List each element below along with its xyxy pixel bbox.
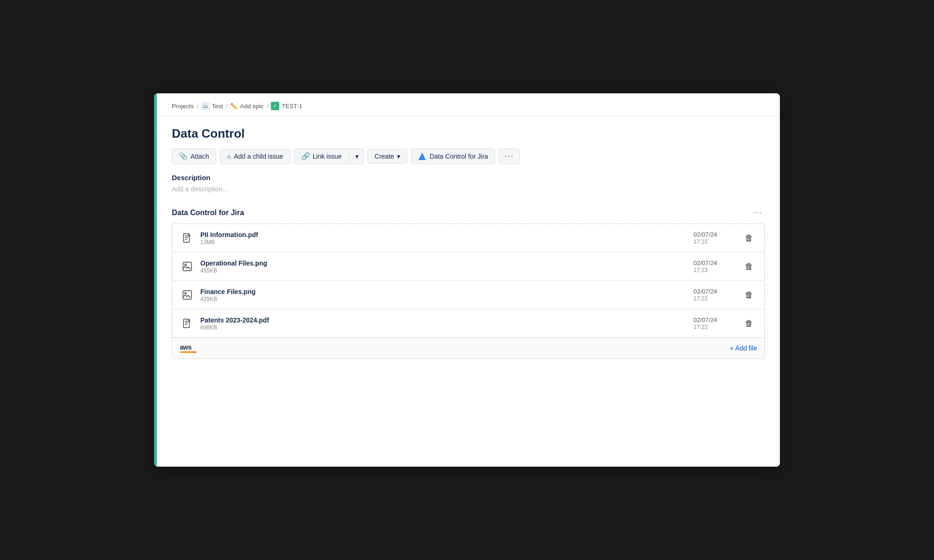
chevron-down-icon: ▾	[397, 153, 400, 160]
file-name: Operational Files.png	[200, 259, 688, 267]
data-control-section: Data Control for Jira ··· PII Informatio…	[172, 208, 765, 359]
add-child-issue-button[interactable]: ⑃ Add a child issue	[220, 149, 290, 164]
file-type-icon	[180, 316, 195, 331]
main-window: Projects / 🗂 Test / ✏️ Add epic / ✓ TEST…	[154, 93, 780, 467]
file-type-icon	[180, 259, 195, 274]
file-date-block: 02/07/24 17:23	[693, 288, 736, 302]
left-accent	[154, 93, 157, 467]
file-size: 455KB	[200, 267, 688, 274]
more-options-button[interactable]: ···	[499, 148, 520, 164]
link-issue-dropdown-button[interactable]: ▾	[351, 149, 363, 163]
file-info: PII Information.pdf 13MB	[200, 231, 688, 245]
add-file-button[interactable]: + Add file	[730, 344, 757, 352]
description-input[interactable]: Add a description...	[172, 185, 765, 193]
description-heading: Description	[172, 174, 765, 182]
file-date: 02/07/24	[693, 316, 736, 323]
data-control-header: Data Control for Jira ···	[172, 208, 765, 218]
description-section: Description Add a description...	[157, 174, 780, 193]
files-footer: aws + Add file	[172, 337, 764, 358]
data-control-title: Data Control for Jira	[172, 209, 244, 217]
file-type-icon	[180, 287, 195, 302]
pencil-icon: ✏️	[230, 102, 238, 110]
link-issue-group: 🔗 Link issue ▾	[294, 148, 364, 164]
breadcrumb: Projects / 🗂 Test / ✏️ Add epic / ✓ TEST…	[157, 93, 780, 116]
delete-file-button[interactable]: 🗑	[741, 317, 757, 330]
toolbar: 📎 Attach ⑃ Add a child issue 🔗 Link issu…	[157, 148, 780, 174]
ellipsis-icon: ···	[505, 152, 514, 160]
breadcrumb-test-id[interactable]: ✓ TEST-1	[271, 102, 302, 110]
file-date-block: 02/07/24 17:23	[693, 316, 736, 330]
link-issue-button[interactable]: 🔗 Link issue	[295, 149, 348, 164]
delete-file-button[interactable]: 🗑	[741, 260, 757, 273]
delete-file-button[interactable]: 🗑	[741, 231, 757, 245]
aws-text: aws	[180, 343, 191, 351]
file-row: PII Information.pdf 13MB 02/07/24 17:23 …	[172, 224, 764, 252]
file-date: 02/07/24	[693, 259, 736, 266]
file-name: Patents 2023-2024.pdf	[200, 316, 688, 324]
file-info: Patents 2023-2024.pdf 698KB	[200, 316, 688, 331]
svg-rect-3	[183, 262, 191, 271]
file-size: 13MB	[200, 239, 688, 245]
file-info: Finance Files.png 429KB	[200, 288, 688, 302]
delete-file-button[interactable]: 🗑	[741, 288, 757, 302]
chevron-down-icon: ▾	[355, 153, 359, 160]
child-issue-icon: ⑃	[227, 153, 231, 161]
link-divider	[349, 149, 350, 164]
breadcrumb-sep3: /	[267, 103, 269, 110]
aws-underline	[180, 351, 197, 353]
svg-rect-5	[183, 291, 191, 299]
aws-logo: aws	[180, 343, 197, 353]
file-time: 17:23	[693, 267, 736, 273]
svg-point-4	[185, 264, 187, 266]
file-time: 17:23	[693, 238, 736, 245]
file-time: 17:23	[693, 295, 736, 302]
file-date-block: 02/07/24 17:23	[693, 259, 736, 273]
link-icon: 🔗	[301, 152, 310, 161]
files-container: PII Information.pdf 13MB 02/07/24 17:23 …	[172, 224, 765, 359]
attach-button[interactable]: 📎 Attach	[172, 148, 216, 164]
file-type-icon	[180, 231, 195, 245]
file-info: Operational Files.png 455KB	[200, 259, 688, 274]
file-row: Finance Files.png 429KB 02/07/24 17:23 🗑	[172, 281, 764, 309]
breadcrumb-projects[interactable]: Projects	[172, 103, 194, 110]
svg-point-6	[185, 293, 187, 294]
atlassian-icon	[418, 152, 426, 161]
content-area: Projects / 🗂 Test / ✏️ Add epic / ✓ TEST…	[157, 93, 780, 359]
breadcrumb-sep1: /	[197, 103, 198, 110]
file-date-block: 02/07/24 17:23	[693, 231, 736, 245]
file-list: PII Information.pdf 13MB 02/07/24 17:23 …	[172, 224, 764, 337]
file-row: Patents 2023-2024.pdf 698KB 02/07/24 17:…	[172, 309, 764, 337]
file-size: 429KB	[200, 296, 688, 302]
breadcrumb-add-epic[interactable]: ✏️ Add epic	[230, 102, 264, 110]
file-name: PII Information.pdf	[200, 231, 688, 238]
data-control-button[interactable]: Data Control for Jira	[411, 148, 495, 164]
breadcrumb-test[interactable]: 🗂 Test	[201, 102, 223, 110]
file-date: 02/07/24	[693, 231, 736, 238]
create-group: Create ▾	[368, 149, 407, 164]
create-button[interactable]: Create ▾	[368, 149, 407, 163]
breadcrumb-sep2: /	[226, 103, 227, 110]
page-title: Data Control	[157, 116, 780, 148]
file-size: 698KB	[200, 324, 688, 331]
file-date: 02/07/24	[693, 288, 736, 295]
file-name: Finance Files.png	[200, 288, 688, 295]
paperclip-icon: 📎	[179, 152, 188, 161]
test-id-icon: ✓	[271, 102, 279, 110]
file-row: Operational Files.png 455KB 02/07/24 17:…	[172, 252, 764, 281]
test-project-icon: 🗂	[201, 102, 210, 110]
data-control-more-button[interactable]: ···	[750, 208, 765, 218]
file-time: 17:23	[693, 324, 736, 330]
